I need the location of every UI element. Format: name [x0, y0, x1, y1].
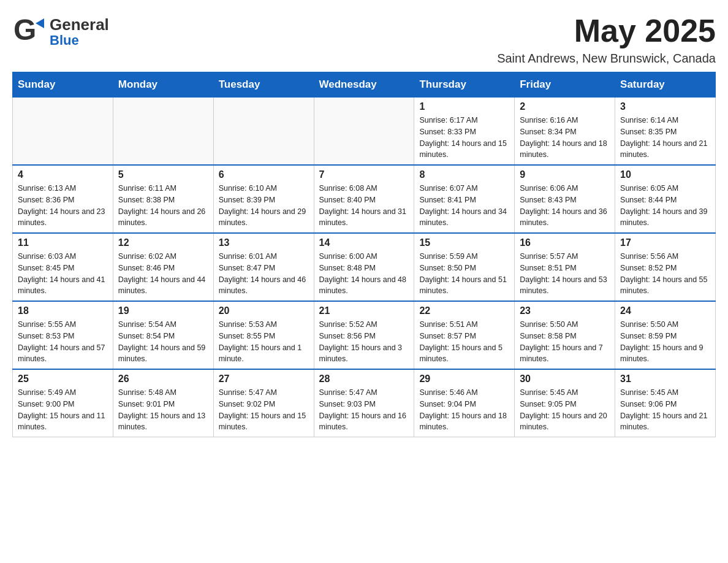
day-number: 13	[219, 237, 309, 248]
day-info: Sunrise: 6:03 AMSunset: 8:45 PMDaylight:…	[18, 251, 108, 297]
column-header-tuesday: Tuesday	[213, 72, 314, 98]
page-header: G General Blue May 2025 Saint Andrews, N…	[12, 12, 716, 66]
day-number: 3	[620, 101, 710, 112]
day-number: 21	[319, 305, 409, 316]
calendar-cell: 21Sunrise: 5:52 AMSunset: 8:56 PMDayligh…	[314, 301, 414, 369]
day-number: 17	[620, 237, 710, 248]
calendar-cell: 26Sunrise: 5:48 AMSunset: 9:01 PMDayligh…	[113, 369, 213, 437]
column-header-monday: Monday	[113, 72, 213, 98]
day-info: Sunrise: 5:50 AMSunset: 8:59 PMDaylight:…	[620, 319, 710, 365]
day-number: 22	[419, 305, 509, 316]
day-number: 23	[520, 305, 610, 316]
calendar-cell: 13Sunrise: 6:01 AMSunset: 8:47 PMDayligh…	[213, 233, 314, 301]
location-title: Saint Andrews, New Brunswick, Canada	[497, 52, 716, 66]
column-header-wednesday: Wednesday	[314, 72, 414, 98]
calendar-cell: 28Sunrise: 5:47 AMSunset: 9:03 PMDayligh…	[314, 369, 414, 437]
day-number: 15	[419, 237, 509, 248]
day-number: 25	[18, 373, 108, 385]
day-info: Sunrise: 5:57 AMSunset: 8:51 PMDaylight:…	[520, 251, 610, 297]
calendar-cell: 8Sunrise: 6:07 AMSunset: 8:41 PMDaylight…	[414, 165, 515, 233]
calendar-table: SundayMondayTuesdayWednesdayThursdayFrid…	[12, 72, 716, 437]
day-number: 26	[118, 373, 208, 385]
day-info: Sunrise: 5:49 AMSunset: 9:00 PMDaylight:…	[18, 387, 108, 433]
day-number: 24	[620, 305, 710, 316]
calendar-cell: 9Sunrise: 6:06 AMSunset: 8:43 PMDaylight…	[515, 165, 615, 233]
calendar-cell: 16Sunrise: 5:57 AMSunset: 8:51 PMDayligh…	[515, 233, 615, 301]
day-number: 6	[219, 169, 309, 180]
calendar-cell: 30Sunrise: 5:45 AMSunset: 9:05 PMDayligh…	[515, 369, 615, 437]
day-info: Sunrise: 6:13 AMSunset: 8:36 PMDaylight:…	[18, 183, 108, 229]
calendar-cell: 24Sunrise: 5:50 AMSunset: 8:59 PMDayligh…	[615, 301, 716, 369]
calendar-cell: 6Sunrise: 6:10 AMSunset: 8:39 PMDaylight…	[213, 165, 314, 233]
day-info: Sunrise: 6:14 AMSunset: 8:35 PMDaylight:…	[620, 115, 710, 161]
calendar-cell: 1Sunrise: 6:17 AMSunset: 8:33 PMDaylight…	[414, 98, 515, 166]
day-info: Sunrise: 5:50 AMSunset: 8:58 PMDaylight:…	[520, 319, 610, 365]
calendar-cell: 17Sunrise: 5:56 AMSunset: 8:52 PMDayligh…	[615, 233, 716, 301]
calendar-cell: 3Sunrise: 6:14 AMSunset: 8:35 PMDaylight…	[615, 98, 716, 166]
calendar-cell: 27Sunrise: 5:47 AMSunset: 9:02 PMDayligh…	[213, 369, 314, 437]
day-number: 16	[520, 237, 610, 248]
day-info: Sunrise: 5:53 AMSunset: 8:55 PMDaylight:…	[219, 319, 309, 365]
calendar-header-row: SundayMondayTuesdayWednesdayThursdayFrid…	[13, 72, 716, 98]
day-number: 14	[319, 237, 409, 248]
day-info: Sunrise: 5:55 AMSunset: 8:53 PMDaylight:…	[18, 319, 108, 365]
day-info: Sunrise: 5:51 AMSunset: 8:57 PMDaylight:…	[419, 319, 509, 365]
day-info: Sunrise: 6:05 AMSunset: 8:44 PMDaylight:…	[620, 183, 710, 229]
calendar-cell: 20Sunrise: 5:53 AMSunset: 8:55 PMDayligh…	[213, 301, 314, 369]
calendar-cell	[113, 98, 213, 166]
calendar-week-3: 11Sunrise: 6:03 AMSunset: 8:45 PMDayligh…	[13, 233, 716, 301]
calendar-cell	[213, 98, 314, 166]
day-info: Sunrise: 6:06 AMSunset: 8:43 PMDaylight:…	[520, 183, 610, 229]
day-number: 18	[18, 305, 108, 316]
svg-marker-1	[36, 18, 44, 28]
calendar-cell: 23Sunrise: 5:50 AMSunset: 8:58 PMDayligh…	[515, 301, 615, 369]
day-info: Sunrise: 5:47 AMSunset: 9:02 PMDaylight:…	[219, 387, 309, 433]
day-number: 29	[419, 373, 509, 385]
logo-icon: G	[12, 12, 46, 52]
day-number: 10	[620, 169, 710, 180]
day-info: Sunrise: 6:08 AMSunset: 8:40 PMDaylight:…	[319, 183, 409, 229]
day-info: Sunrise: 5:54 AMSunset: 8:54 PMDaylight:…	[118, 319, 208, 365]
calendar-cell: 31Sunrise: 5:45 AMSunset: 9:06 PMDayligh…	[615, 369, 716, 437]
day-number: 5	[118, 169, 208, 180]
day-info: Sunrise: 5:45 AMSunset: 9:06 PMDaylight:…	[620, 387, 710, 433]
day-info: Sunrise: 6:02 AMSunset: 8:46 PMDaylight:…	[118, 251, 208, 297]
calendar-cell: 19Sunrise: 5:54 AMSunset: 8:54 PMDayligh…	[113, 301, 213, 369]
calendar-cell: 15Sunrise: 5:59 AMSunset: 8:50 PMDayligh…	[414, 233, 515, 301]
day-info: Sunrise: 5:52 AMSunset: 8:56 PMDaylight:…	[319, 319, 409, 365]
svg-text:G: G	[13, 13, 36, 46]
day-number: 28	[319, 373, 409, 385]
calendar-cell: 11Sunrise: 6:03 AMSunset: 8:45 PMDayligh…	[13, 233, 113, 301]
day-number: 2	[520, 101, 610, 112]
calendar-cell: 18Sunrise: 5:55 AMSunset: 8:53 PMDayligh…	[13, 301, 113, 369]
column-header-thursday: Thursday	[414, 72, 515, 98]
calendar-cell: 22Sunrise: 5:51 AMSunset: 8:57 PMDayligh…	[414, 301, 515, 369]
day-number: 30	[520, 373, 610, 385]
day-info: Sunrise: 6:16 AMSunset: 8:34 PMDaylight:…	[520, 115, 610, 161]
column-header-friday: Friday	[515, 72, 615, 98]
logo-text: General Blue	[50, 16, 109, 48]
day-info: Sunrise: 5:45 AMSunset: 9:05 PMDaylight:…	[520, 387, 610, 433]
day-info: Sunrise: 5:47 AMSunset: 9:03 PMDaylight:…	[319, 387, 409, 433]
day-number: 4	[18, 169, 108, 180]
column-header-saturday: Saturday	[615, 72, 716, 98]
logo-general-text: General	[50, 16, 109, 34]
calendar-week-4: 18Sunrise: 5:55 AMSunset: 8:53 PMDayligh…	[13, 301, 716, 369]
calendar-cell: 25Sunrise: 5:49 AMSunset: 9:00 PMDayligh…	[13, 369, 113, 437]
day-number: 12	[118, 237, 208, 248]
day-number: 11	[18, 237, 108, 248]
calendar-cell	[13, 98, 113, 166]
calendar-week-2: 4Sunrise: 6:13 AMSunset: 8:36 PMDaylight…	[13, 165, 716, 233]
logo-blue-text: Blue	[50, 33, 109, 48]
day-info: Sunrise: 6:10 AMSunset: 8:39 PMDaylight:…	[219, 183, 309, 229]
day-info: Sunrise: 6:07 AMSunset: 8:41 PMDaylight:…	[419, 183, 509, 229]
day-info: Sunrise: 6:00 AMSunset: 8:48 PMDaylight:…	[319, 251, 409, 297]
title-section: May 2025 Saint Andrews, New Brunswick, C…	[497, 12, 716, 66]
day-info: Sunrise: 6:17 AMSunset: 8:33 PMDaylight:…	[419, 115, 509, 161]
day-info: Sunrise: 5:59 AMSunset: 8:50 PMDaylight:…	[419, 251, 509, 297]
calendar-week-5: 25Sunrise: 5:49 AMSunset: 9:00 PMDayligh…	[13, 369, 716, 437]
calendar-cell: 4Sunrise: 6:13 AMSunset: 8:36 PMDaylight…	[13, 165, 113, 233]
calendar-cell: 7Sunrise: 6:08 AMSunset: 8:40 PMDaylight…	[314, 165, 414, 233]
day-info: Sunrise: 6:01 AMSunset: 8:47 PMDaylight:…	[219, 251, 309, 297]
day-number: 9	[520, 169, 610, 180]
